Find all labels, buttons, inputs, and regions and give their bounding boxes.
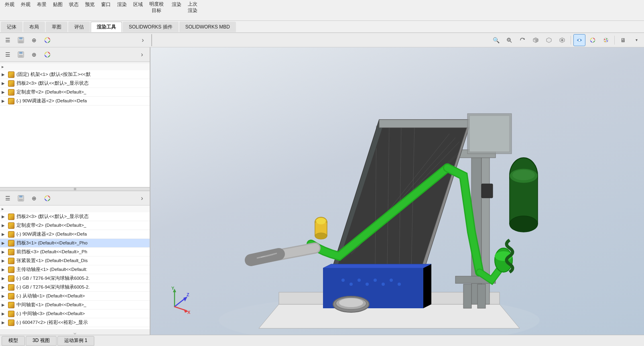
toolbar-save-icon[interactable] (15, 34, 27, 46)
svg-rect-37 (477, 284, 486, 308)
tab-sketch[interactable]: 草图 (46, 22, 67, 32)
tab-sw-mbd[interactable]: SOLIDWORKS MBD (179, 22, 236, 32)
svg-marker-53 (323, 264, 431, 268)
tree-row[interactable]: ▶ 挡板2<3> (默认<<默认>_显示状态 (0, 79, 150, 88)
svg-text:Z: Z (187, 292, 189, 297)
toolbar-tabs: 记体 布局 草图 评估 渲染工具 SOLIDWORKS 插件 SOLIDWORK… (0, 21, 644, 33)
tree-row[interactable]: ▶ (-) GB / T276-94深沟球轴承6005-2. (0, 274, 150, 283)
svg-line-5 (510, 41, 512, 43)
rt-expand-icon[interactable]: ▾ (630, 34, 642, 46)
svg-rect-79 (481, 184, 493, 198)
rt-search2-icon[interactable] (503, 34, 515, 46)
tree-row[interactable]: ▶ 挡板3<1> (Default<<Default>_Pho (0, 239, 150, 248)
tree-row[interactable]: ▶ (-) 600477<2> (裕彩<<裕彩>_显示 (0, 318, 150, 327)
tab-layout[interactable]: 布局 (23, 22, 45, 32)
svg-point-19 (605, 41, 606, 42)
tree-row[interactable]: ▶ (固定) 机架<1> (默认<按加工><<默 (0, 70, 150, 79)
svg-marker-51 (379, 120, 471, 128)
menu-view-outer2[interactable]: 外观 (18, 0, 34, 9)
btab-model[interactable]: 模型 (2, 336, 25, 346)
subtb-color-icon[interactable] (41, 49, 53, 61)
subtb2-cross-icon[interactable]: ⊕ (28, 192, 40, 204)
svg-point-55 (341, 279, 345, 282)
rt-rotate-icon[interactable] (516, 34, 528, 46)
menu-view-window[interactable]: 窗口 (98, 0, 114, 9)
subtb2-expand-icon[interactable]: › (136, 192, 148, 204)
menu-view-render2[interactable]: 渲染 (169, 0, 185, 9)
axis-indicator: Y Z X (163, 287, 187, 311)
btab-3d-view[interactable]: 3D 视图 (26, 336, 57, 346)
subtb2-list-icon[interactable]: ☰ (2, 192, 14, 204)
panel-scroll-indicator: ⌄ (0, 329, 150, 335)
bottom-tabs: 模型 3D 视图 运动算例 1 (0, 335, 644, 346)
svg-rect-27 (19, 199, 23, 201)
tree-row[interactable]: ▶ 定制皮带<2> (Default<<Default>_ (0, 88, 150, 97)
svg-rect-78 (469, 116, 510, 152)
svg-text:X: X (187, 310, 191, 315)
menu-view-region[interactable]: 区域 (130, 0, 146, 9)
svg-point-18 (607, 40, 608, 41)
rt-colors-icon[interactable] (587, 34, 599, 46)
tab-render-tools[interactable]: 渲染工具 (91, 22, 122, 32)
subtb-expand-icon[interactable]: › (136, 49, 148, 61)
rt-cube2-icon[interactable] (543, 34, 555, 46)
toolbar-crosshair-icon[interactable]: ⊕ (28, 34, 40, 46)
menu-view-brightness[interactable]: 明度校目标 (146, 0, 167, 14)
tree-row[interactable]: ▶ (-) GB / T276-94深沟球轴承6005-2. (0, 283, 150, 292)
tree-row[interactable]: ▶ 张紧装置<1> (Default<Default_Dis (0, 256, 150, 265)
rt-cube-icon[interactable] (530, 34, 542, 46)
tab-sw-plugins[interactable]: SOLIDWORKS 插件 (123, 22, 179, 32)
svg-point-70 (510, 216, 538, 232)
rt-view-icon[interactable] (573, 34, 585, 46)
menu-view-preview[interactable]: 预览 (82, 0, 98, 9)
toolbar-color-icon[interactable] (41, 34, 53, 46)
svg-point-13 (579, 39, 581, 41)
tree-row[interactable]: ▶ (-) 从动轴<1> (Default<<Default> (0, 292, 150, 301)
btab-motion[interactable]: 运动算例 1 (57, 336, 94, 346)
menu-view-render[interactable]: 渲染 (114, 0, 130, 9)
tree-bottom: ▶ 挡板2<3> (默认<<默认>_显示状态 ▶ 定制皮带<2> (Defaul… (0, 212, 150, 329)
menu-view-layout[interactable]: 布景 (34, 0, 50, 9)
viewport[interactable]: Y Z X (150, 47, 644, 335)
menu-view-last[interactable]: 上次渲染 (185, 0, 201, 14)
tree-row[interactable]: ▶ 中间轴套<1> (Default<<Default>_ (0, 301, 150, 309)
tab-body[interactable]: 记体 (1, 22, 22, 32)
menu-view-outer[interactable]: 外观 (2, 0, 18, 9)
subtb-list-icon[interactable]: ☰ (2, 49, 14, 61)
rt-palette-icon[interactable] (600, 34, 612, 46)
svg-rect-26 (19, 195, 22, 197)
subtb2-color-icon[interactable] (41, 192, 53, 204)
main-layout: ☰ ⊕ › ▸ ▶ (固定) 机架<1> (默认<按加工><<默 ▶ (0, 47, 644, 335)
tree-row[interactable]: ▶ 挡板2<3> (默认<<默认>_显示状态 (0, 212, 150, 221)
toolbar-icons-row: ☰ ⊕ › 🔍 (0, 33, 644, 47)
menu-view-decal[interactable]: 贴图 (50, 0, 66, 9)
svg-text:Y: Y (171, 287, 175, 291)
subtb-cross-icon[interactable]: ⊕ (28, 49, 40, 61)
svg-point-20 (605, 39, 607, 41)
left-panel: ☰ ⊕ › ▸ ▶ (固定) 机架<1> (默认<按加工><<默 ▶ (0, 47, 150, 335)
rt-search-icon[interactable]: 🔍 (490, 34, 502, 46)
tree-row[interactable]: ▶ 前挡板<3> (Default<<Default>_Ph (0, 248, 150, 256)
rt-arrow-cube-icon[interactable] (556, 34, 568, 46)
svg-point-58 (366, 283, 369, 286)
svg-point-6 (508, 39, 510, 41)
subtb-save-icon[interactable] (15, 49, 27, 61)
rt-monitor-icon[interactable]: 🖥 (617, 34, 629, 46)
tree-row[interactable]: ▶ 主传动轴座<1> (Default<<Default: (0, 265, 150, 274)
menu-view-state[interactable]: 状态 (66, 0, 82, 9)
tree-row[interactable]: ▶ 定制皮带<2> (Default<<Default>_ (0, 221, 150, 230)
svg-point-60 (382, 283, 385, 286)
tree-row[interactable]: ▶ (-) 90W调速器<2> (Default<<Defa (0, 97, 150, 106)
machine-3d-view (199, 71, 560, 335)
toolbar-list-icon[interactable]: ☰ (2, 34, 14, 46)
tab-eval[interactable]: 评估 (68, 22, 90, 32)
svg-point-57 (358, 279, 361, 282)
tree-row[interactable]: ▶ (-) 中间轴<3> (Default<<Default> (0, 309, 150, 318)
svg-point-4 (507, 38, 510, 41)
svg-point-62 (398, 283, 401, 286)
subtb2-save-icon[interactable] (15, 192, 27, 204)
svg-rect-1 (19, 37, 22, 39)
svg-point-59 (374, 279, 377, 282)
tree-row[interactable]: ▶ (-) 90W调速器<2> (Default<<Defa (0, 230, 150, 239)
toolbar-expand-icon[interactable]: › (137, 34, 149, 46)
